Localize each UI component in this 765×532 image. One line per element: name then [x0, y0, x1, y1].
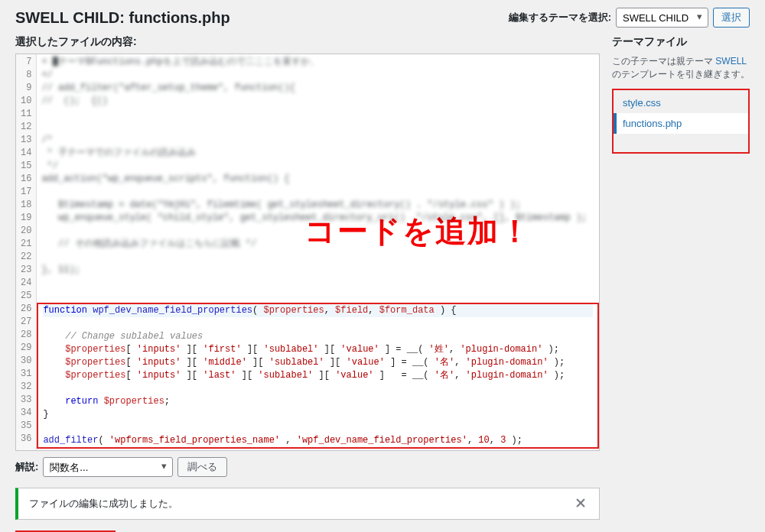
- theme-description: この子テーマは親テーマ SWELL のテンプレートを引き継ぎます。: [612, 55, 750, 81]
- file-item-style-css[interactable]: style.css: [614, 92, 748, 113]
- code-area[interactable]: 7891011121314151617181920212223242526272…: [16, 54, 599, 450]
- code-line-blurred: /*: [41, 134, 594, 147]
- code-line[interactable]: [43, 382, 593, 395]
- code-line-blurred: [41, 225, 594, 238]
- code-line-blurred: +/: [41, 69, 594, 82]
- code-line-blurred: wp_enqueue_style( "child_style", get_sty…: [41, 212, 594, 225]
- notice-text: ファイルの編集に成功しました。: [29, 497, 178, 511]
- code-line[interactable]: [43, 421, 593, 434]
- code-line-blurred: add_action("wp_enqueue_scripts", functio…: [41, 173, 594, 186]
- code-line-blurred: // その他読み込みファイルはこちらに記載 */: [41, 238, 594, 251]
- code-lines[interactable]: コードを追加！ + █テーマBFunctions.phpを上で読み込むので二ここ…: [37, 54, 599, 450]
- code-line-blurred: * 子テーマでのファイルの読み込み: [41, 147, 594, 160]
- theme-selector: 編集するテーマを選択: SWELL CHILD 選択: [509, 8, 750, 28]
- code-line[interactable]: $properties[ 'inputs' ][ 'last' ][ 'subl…: [43, 369, 593, 382]
- code-line[interactable]: [43, 317, 593, 330]
- close-icon[interactable]: [573, 496, 588, 511]
- page-title: SWELL CHILD: functions.php: [15, 9, 230, 27]
- sidebar-column: テーマファイル この子テーマは親テーマ SWELL のテンプレートを引き継ぎます…: [612, 35, 750, 532]
- code-line[interactable]: function wpf_dev_name_field_properties( …: [43, 304, 593, 317]
- code-line[interactable]: $properties[ 'inputs' ][ 'first' ][ 'sub…: [43, 343, 593, 356]
- code-line-blurred: [41, 108, 594, 121]
- sidebar-heading: テーマファイル: [612, 35, 750, 49]
- code-line-blurred: [41, 277, 594, 290]
- code-line-blurred: // (); {(): [41, 95, 594, 108]
- main-content: 選択したファイルの内容: 789101112131415161718192021…: [15, 35, 750, 532]
- theme-select-label: 編集するテーマを選択:: [509, 11, 611, 24]
- code-line-blurred: // add_filter("after_setup_theme", funct…: [41, 82, 594, 95]
- code-line-blurred: */: [41, 160, 594, 173]
- code-line[interactable]: // Change sublabel values: [43, 330, 593, 343]
- code-editor[interactable]: 7891011121314151617181920212223242526272…: [15, 54, 600, 451]
- line-numbers: 7891011121314151617181920212223242526272…: [16, 54, 37, 450]
- code-line[interactable]: return $properties;: [43, 395, 593, 408]
- doc-label: 解説:: [15, 460, 38, 474]
- code-line-blurred: [41, 121, 594, 134]
- documentation-row: 解説: 関数名... 調べる: [15, 457, 600, 477]
- selected-file-label: 選択したファイルの内容:: [15, 35, 600, 49]
- theme-select-button[interactable]: 選択: [713, 8, 750, 28]
- file-item-functions-php[interactable]: functions.php: [614, 113, 748, 134]
- code-line-blurred: }, 11);: [41, 264, 594, 277]
- theme-select-dropdown[interactable]: SWELL CHILD: [616, 8, 708, 28]
- code-line-blurred: [41, 251, 594, 264]
- editor-column: 選択したファイルの内容: 789101112131415161718192021…: [15, 35, 600, 532]
- lookup-button[interactable]: 調べる: [177, 457, 227, 477]
- code-line[interactable]: }: [43, 408, 593, 421]
- code-line-blurred: $timestamp = date("YmjHi", filemtime( ge…: [41, 199, 594, 212]
- added-code-block: function wpf_dev_name_field_properties( …: [37, 303, 599, 449]
- code-line[interactable]: add_filter( 'wpforms_field_properties_na…: [43, 434, 593, 447]
- parent-theme-link[interactable]: SWELL: [715, 56, 746, 66]
- code-line-blurred: [41, 186, 594, 199]
- code-line[interactable]: $properties[ 'inputs' ][ 'middle' ][ 'su…: [43, 356, 593, 369]
- success-notice: ファイルの編集に成功しました。: [15, 488, 600, 520]
- function-name-select[interactable]: 関数名...: [43, 457, 173, 477]
- code-line-blurred: + █テーマBFunctions.phpを上で読み込むので二ここを直すか、: [41, 56, 594, 69]
- page-root: SWELL CHILD: functions.php 編集するテーマを選択: S…: [0, 0, 765, 532]
- theme-file-list: style.cssfunctions.php: [612, 89, 750, 154]
- header: SWELL CHILD: functions.php 編集するテーマを選択: S…: [15, 8, 750, 28]
